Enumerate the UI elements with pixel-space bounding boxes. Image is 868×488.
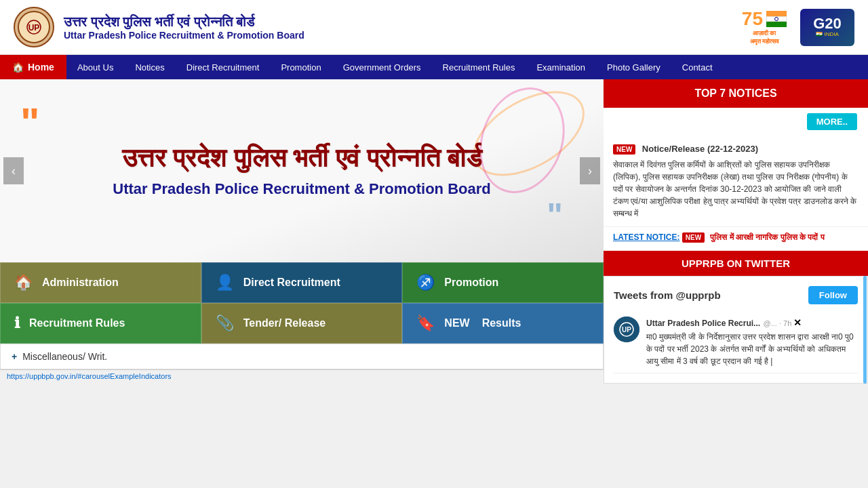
results-icon: 🔖 bbox=[416, 314, 435, 332]
decorative-quote-left: " bbox=[20, 106, 39, 139]
nav-item-about[interactable]: About Us bbox=[66, 56, 124, 79]
carousel-eng-title: Uttar Pradesh Police Recruitment & Promo… bbox=[113, 180, 490, 198]
svg-text:UP: UP bbox=[28, 23, 40, 33]
recruitment-rules-icon: ℹ bbox=[14, 314, 20, 332]
site-header: UP उत्तर प्रदेश पुलिस भर्ती एवं प्रोन्नत… bbox=[0, 0, 868, 55]
azadi-text-line1: आज़ादी का bbox=[753, 30, 776, 37]
nav-home-label: Home bbox=[28, 62, 54, 73]
administration-label: Administration bbox=[42, 277, 119, 289]
tweet-meta: @... · 7h ✕ bbox=[764, 319, 802, 327]
plus-icon: + bbox=[12, 351, 17, 362]
tweet-content: Uttar Pradesh Police Recrui... @... · 7h… bbox=[646, 317, 858, 367]
main-navbar: 🏠 Home About Us Notices Direct Recruitme… bbox=[0, 55, 868, 79]
results-new-badge: NEW bbox=[444, 317, 469, 329]
twitter-widget-wrapper: Tweets from @upprpb Follow UP U bbox=[604, 276, 868, 384]
quick-links-grid: 🏠 Administration 👤 Direct Recruitment ♐ … bbox=[0, 262, 604, 344]
grid-btn-tender[interactable]: 📎 Tender/ Release bbox=[201, 303, 403, 344]
carousel-prev-button[interactable]: ‹ bbox=[3, 157, 24, 184]
tweet-avatar: UP bbox=[614, 317, 639, 342]
nav-item-photo-gallery[interactable]: Photo Gallery bbox=[596, 56, 671, 79]
header-badges: 75 आज़ादी का अमृत महोत्सव G20 🇮🇳 INDIA bbox=[742, 8, 854, 45]
carousel-next-button[interactable]: › bbox=[580, 157, 600, 184]
svg-text:UP: UP bbox=[622, 326, 631, 333]
notice-section: NEW Notice/Release (22-12-2023) सेवाकाल … bbox=[604, 136, 868, 226]
nav-item-contact[interactable]: Contact bbox=[671, 56, 724, 79]
site-title-eng: Uttar Pradesh Police Recruitment & Promo… bbox=[64, 30, 304, 41]
status-url: https://uppbpb.gov.in/#carouselExampleIn… bbox=[7, 372, 172, 380]
nav-item-direct-recruitment[interactable]: Direct Recruitment bbox=[176, 56, 271, 79]
site-logo: UP bbox=[14, 7, 54, 47]
twitter-follow-button[interactable]: Follow bbox=[808, 286, 858, 304]
azadi-text-line2: अमृत महोत्सव bbox=[750, 38, 779, 45]
latest-notice-text: पुलिस में आरक्षी नागरिक पुलिस के पदों प bbox=[710, 232, 824, 242]
notice-header-line: NEW Notice/Release (22-12-2023) bbox=[613, 142, 859, 155]
x-icon: ✕ bbox=[793, 317, 802, 328]
decorative-quote-right: " bbox=[547, 196, 563, 235]
promotion-icon: ♐ bbox=[416, 274, 435, 291]
nav-item-promotion[interactable]: Promotion bbox=[270, 56, 332, 79]
status-bar: https://uppbpb.gov.in/#carouselExampleIn… bbox=[0, 369, 604, 382]
twitter-scroll-indicator bbox=[863, 276, 867, 384]
header-titles: उत्तर प्रदेश पुलिस भर्ती एवं प्रोन्नति ब… bbox=[64, 14, 304, 41]
tender-icon: 📎 bbox=[216, 314, 234, 332]
tweet-org-name: Uttar Pradesh Police Recrui... bbox=[646, 319, 760, 328]
more-button[interactable]: MORE.. bbox=[807, 113, 857, 130]
main-carousel: " " उत्तर प्रदेश पुलिस भर्ती एवं प्रोन्न… bbox=[0, 79, 604, 262]
carousel-text: उत्तर प्रदेश पुलिस भर्ती एवं प्रोन्नति ब… bbox=[99, 130, 504, 211]
grid-btn-recruitment-rules[interactable]: ℹ Recruitment Rules bbox=[0, 303, 201, 344]
left-area: " " उत्तर प्रदेश पुलिस भर्ती एवं प्रोन्न… bbox=[0, 79, 604, 384]
direct-recruitment-icon: 👤 bbox=[216, 274, 234, 291]
grid-btn-direct-recruitment[interactable]: 👤 Direct Recruitment bbox=[201, 262, 403, 303]
misc-label: Miscellaneous/ Writ. bbox=[22, 351, 107, 362]
latest-notice-badge: NEW bbox=[682, 232, 705, 243]
grid-btn-promotion[interactable]: ♐ Promotion bbox=[402, 262, 604, 303]
g20-badge: G20 🇮🇳 INDIA bbox=[800, 9, 854, 46]
main-content: " " उत्तर प्रदेश पुलिस भर्ती एवं प्रोन्न… bbox=[0, 79, 868, 384]
tweet-text: मा0 मुख्यमंत्री जी के निर्देशानुसार उत्त… bbox=[646, 331, 858, 367]
latest-notice-label[interactable]: LATEST NOTICE: bbox=[613, 232, 679, 242]
tweet-handle: @... bbox=[764, 319, 777, 327]
nav-item-notices[interactable]: Notices bbox=[124, 56, 175, 79]
grid-btn-administration[interactable]: 🏠 Administration bbox=[0, 262, 201, 303]
tweet-item: UP Uttar Pradesh Police Recrui... @... ·… bbox=[614, 311, 858, 373]
home-icon: 🏠 bbox=[12, 62, 24, 73]
tender-label: Tender/ Release bbox=[243, 317, 326, 329]
right-sidebar: TOP 7 NOTICES MORE.. NEW Notice/Release … bbox=[604, 79, 868, 384]
results-label: Results bbox=[482, 317, 521, 329]
promotion-label: Promotion bbox=[444, 277, 498, 289]
administration-icon: 🏠 bbox=[14, 274, 33, 291]
twitter-widget: Tweets from @upprpb Follow UP U bbox=[604, 276, 868, 384]
twitter-handle: Tweets from @upprpb bbox=[614, 289, 721, 301]
carousel-hindi-title: उत्तर प्रदेश पुलिस भर्ती एवं प्रोन्नति ब… bbox=[113, 144, 490, 174]
nav-home[interactable]: 🏠 Home bbox=[0, 55, 66, 79]
nav-item-examination[interactable]: Examination bbox=[526, 56, 596, 79]
notice-body-text: सेवाकाल में दिवंगत पुलिस कर्मियों के आश्… bbox=[613, 159, 859, 220]
tweet-time: 7h bbox=[783, 319, 791, 327]
twitter-top-bar: Tweets from @upprpb Follow bbox=[614, 286, 858, 304]
tweet-header: Uttar Pradesh Police Recrui... @... · 7h… bbox=[646, 317, 858, 329]
notice-new-badge: NEW bbox=[613, 144, 635, 155]
nav-item-govt-orders[interactable]: Government Orders bbox=[332, 56, 432, 79]
twitter-header: UPPRPB ON TWITTER bbox=[604, 251, 868, 276]
latest-notice-bar: LATEST NOTICE: NEW पुलिस में आरक्षी नागर… bbox=[604, 226, 868, 247]
azadi-badge: 75 आज़ादी का अमृत महोत्सव bbox=[742, 8, 787, 45]
site-title-hindi: उत्तर प्रदेश पुलिस भर्ती एवं प्रोन्नति ब… bbox=[64, 14, 304, 30]
direct-recruitment-label: Direct Recruitment bbox=[243, 277, 340, 289]
misc-bar[interactable]: + Miscellaneous/ Writ. bbox=[0, 344, 604, 369]
notice-date: Notice/Release (22-12-2023) bbox=[642, 144, 758, 154]
header-brand: UP उत्तर प्रदेश पुलिस भर्ती एवं प्रोन्नत… bbox=[14, 7, 304, 47]
top7-header: TOP 7 NOTICES bbox=[604, 79, 868, 108]
recruitment-rules-label: Recruitment Rules bbox=[29, 317, 125, 329]
grid-btn-results[interactable]: 🔖 NEW Results bbox=[402, 303, 604, 344]
nav-item-recruitment-rules[interactable]: Recruitment Rules bbox=[432, 56, 526, 79]
